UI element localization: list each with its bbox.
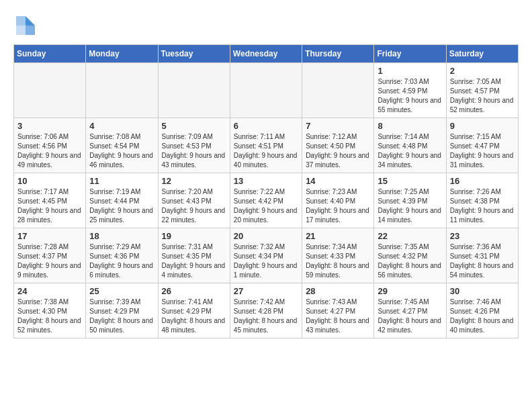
day-info: Sunrise: 7:29 AM Sunset: 4:36 PM Dayligh… xyxy=(89,242,154,280)
day-number: 14 xyxy=(306,176,370,186)
week-row-3: 10Sunrise: 7:17 AM Sunset: 4:45 PM Dayli… xyxy=(14,173,519,228)
svg-marker-2 xyxy=(26,26,35,35)
day-number: 27 xyxy=(234,286,298,296)
logo xyxy=(13,13,42,38)
day-cell: 29Sunrise: 7:45 AM Sunset: 4:27 PM Dayli… xyxy=(374,283,446,338)
week-row-4: 17Sunrise: 7:28 AM Sunset: 4:37 PM Dayli… xyxy=(14,228,519,283)
day-info: Sunrise: 7:32 AM Sunset: 4:34 PM Dayligh… xyxy=(234,242,298,280)
day-number: 1 xyxy=(378,66,442,76)
day-cell: 1Sunrise: 7:03 AM Sunset: 4:59 PM Daylig… xyxy=(374,63,446,118)
day-info: Sunrise: 7:15 AM Sunset: 4:47 PM Dayligh… xyxy=(450,132,515,170)
day-number: 8 xyxy=(378,121,442,131)
day-info: Sunrise: 7:03 AM Sunset: 4:59 PM Dayligh… xyxy=(378,77,442,115)
day-cell: 13Sunrise: 7:22 AM Sunset: 4:42 PM Dayli… xyxy=(230,173,302,228)
day-info: Sunrise: 7:12 AM Sunset: 4:50 PM Dayligh… xyxy=(306,132,370,170)
day-cell: 19Sunrise: 7:31 AM Sunset: 4:35 PM Dayli… xyxy=(158,228,230,283)
header-saturday: Saturday xyxy=(446,45,518,63)
day-cell: 18Sunrise: 7:29 AM Sunset: 4:36 PM Dayli… xyxy=(86,228,158,283)
day-number: 25 xyxy=(89,286,154,296)
day-number: 12 xyxy=(162,176,226,186)
day-number: 30 xyxy=(450,286,515,296)
day-info: Sunrise: 7:45 AM Sunset: 4:27 PM Dayligh… xyxy=(378,298,442,335)
day-number: 28 xyxy=(306,286,370,296)
day-cell: 9Sunrise: 7:15 AM Sunset: 4:47 PM Daylig… xyxy=(446,118,518,173)
day-number: 15 xyxy=(378,176,442,186)
day-cell xyxy=(14,63,86,118)
day-info: Sunrise: 7:36 AM Sunset: 4:31 PM Dayligh… xyxy=(450,242,515,280)
day-cell: 30Sunrise: 7:46 AM Sunset: 4:26 PM Dayli… xyxy=(446,283,518,338)
header-wednesday: Wednesday xyxy=(230,45,302,63)
day-cell: 11Sunrise: 7:19 AM Sunset: 4:44 PM Dayli… xyxy=(86,173,158,228)
header-monday: Monday xyxy=(86,45,158,63)
day-cell: 12Sunrise: 7:20 AM Sunset: 4:43 PM Dayli… xyxy=(158,173,230,228)
day-cell xyxy=(158,63,230,118)
day-cell: 14Sunrise: 7:23 AM Sunset: 4:40 PM Dayli… xyxy=(302,173,374,228)
calendar-table: SundayMondayTuesdayWednesdayThursdayFrid… xyxy=(13,44,519,338)
day-number: 2 xyxy=(450,66,515,76)
day-info: Sunrise: 7:42 AM Sunset: 4:28 PM Dayligh… xyxy=(234,298,298,335)
day-number: 21 xyxy=(306,231,370,241)
day-cell: 10Sunrise: 7:17 AM Sunset: 4:45 PM Dayli… xyxy=(14,173,86,228)
page-header xyxy=(13,13,519,38)
day-cell: 26Sunrise: 7:41 AM Sunset: 4:29 PM Dayli… xyxy=(158,283,230,338)
day-number: 19 xyxy=(162,231,226,241)
day-number: 9 xyxy=(450,121,515,131)
day-info: Sunrise: 7:20 AM Sunset: 4:43 PM Dayligh… xyxy=(162,187,226,225)
day-number: 13 xyxy=(234,176,298,186)
day-number: 18 xyxy=(89,231,154,241)
day-info: Sunrise: 7:19 AM Sunset: 4:44 PM Dayligh… xyxy=(89,187,154,225)
day-info: Sunrise: 7:09 AM Sunset: 4:53 PM Dayligh… xyxy=(162,132,226,170)
day-cell: 4Sunrise: 7:08 AM Sunset: 4:54 PM Daylig… xyxy=(86,118,158,173)
day-number: 7 xyxy=(306,121,370,131)
day-cell: 23Sunrise: 7:36 AM Sunset: 4:31 PM Dayli… xyxy=(446,228,518,283)
day-number: 10 xyxy=(17,176,82,186)
day-info: Sunrise: 7:06 AM Sunset: 4:56 PM Dayligh… xyxy=(17,132,82,170)
day-number: 24 xyxy=(17,286,82,296)
day-number: 17 xyxy=(17,231,82,241)
day-number: 11 xyxy=(89,176,154,186)
day-info: Sunrise: 7:46 AM Sunset: 4:26 PM Dayligh… xyxy=(450,298,515,335)
day-info: Sunrise: 7:28 AM Sunset: 4:37 PM Dayligh… xyxy=(17,242,82,280)
day-cell: 17Sunrise: 7:28 AM Sunset: 4:37 PM Dayli… xyxy=(14,228,86,283)
day-cell: 7Sunrise: 7:12 AM Sunset: 4:50 PM Daylig… xyxy=(302,118,374,173)
header-friday: Friday xyxy=(374,45,446,63)
day-cell xyxy=(230,63,302,118)
day-info: Sunrise: 7:31 AM Sunset: 4:35 PM Dayligh… xyxy=(162,242,226,280)
day-cell: 24Sunrise: 7:38 AM Sunset: 4:30 PM Dayli… xyxy=(14,283,86,338)
day-info: Sunrise: 7:39 AM Sunset: 4:29 PM Dayligh… xyxy=(89,298,154,335)
day-cell: 20Sunrise: 7:32 AM Sunset: 4:34 PM Dayli… xyxy=(230,228,302,283)
day-info: Sunrise: 7:05 AM Sunset: 4:57 PM Dayligh… xyxy=(450,77,515,115)
header-tuesday: Tuesday xyxy=(158,45,230,63)
day-number: 4 xyxy=(89,121,154,131)
day-info: Sunrise: 7:22 AM Sunset: 4:42 PM Dayligh… xyxy=(234,187,298,225)
day-cell: 22Sunrise: 7:35 AM Sunset: 4:32 PM Dayli… xyxy=(374,228,446,283)
day-info: Sunrise: 7:34 AM Sunset: 4:33 PM Dayligh… xyxy=(306,242,370,280)
header-row: SundayMondayTuesdayWednesdayThursdayFrid… xyxy=(14,45,519,63)
day-number: 5 xyxy=(162,121,226,131)
day-info: Sunrise: 7:11 AM Sunset: 4:51 PM Dayligh… xyxy=(234,132,298,170)
day-cell: 3Sunrise: 7:06 AM Sunset: 4:56 PM Daylig… xyxy=(14,118,86,173)
week-row-2: 3Sunrise: 7:06 AM Sunset: 4:56 PM Daylig… xyxy=(14,118,519,173)
day-cell: 5Sunrise: 7:09 AM Sunset: 4:53 PM Daylig… xyxy=(158,118,230,173)
day-cell: 16Sunrise: 7:26 AM Sunset: 4:38 PM Dayli… xyxy=(446,173,518,228)
day-cell: 6Sunrise: 7:11 AM Sunset: 4:51 PM Daylig… xyxy=(230,118,302,173)
day-info: Sunrise: 7:14 AM Sunset: 4:48 PM Dayligh… xyxy=(378,132,442,170)
day-number: 29 xyxy=(378,286,442,296)
day-cell: 27Sunrise: 7:42 AM Sunset: 4:28 PM Dayli… xyxy=(230,283,302,338)
day-number: 23 xyxy=(450,231,515,241)
day-number: 16 xyxy=(450,176,515,186)
day-number: 6 xyxy=(234,121,298,131)
day-number: 26 xyxy=(162,286,226,296)
day-cell: 15Sunrise: 7:25 AM Sunset: 4:39 PM Dayli… xyxy=(374,173,446,228)
day-info: Sunrise: 7:41 AM Sunset: 4:29 PM Dayligh… xyxy=(162,298,226,335)
day-info: Sunrise: 7:38 AM Sunset: 4:30 PM Dayligh… xyxy=(17,298,82,335)
day-number: 22 xyxy=(378,231,442,241)
week-row-5: 24Sunrise: 7:38 AM Sunset: 4:30 PM Dayli… xyxy=(14,283,519,338)
day-cell: 25Sunrise: 7:39 AM Sunset: 4:29 PM Dayli… xyxy=(86,283,158,338)
day-cell xyxy=(86,63,158,118)
day-number: 20 xyxy=(234,231,298,241)
day-cell: 21Sunrise: 7:34 AM Sunset: 4:33 PM Dayli… xyxy=(302,228,374,283)
logo-icon xyxy=(13,13,38,38)
day-info: Sunrise: 7:26 AM Sunset: 4:38 PM Dayligh… xyxy=(450,187,515,225)
day-info: Sunrise: 7:35 AM Sunset: 4:32 PM Dayligh… xyxy=(378,242,442,280)
